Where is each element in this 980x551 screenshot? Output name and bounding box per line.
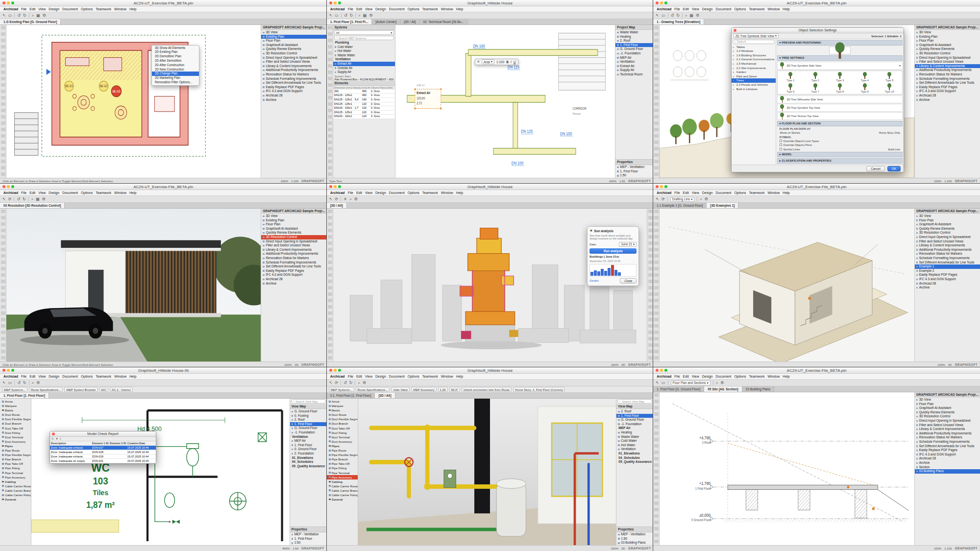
drawing-scale[interactable]: 3D: [294, 363, 298, 366]
tree-item[interactable]: Schedule Formatting Improvements: [915, 440, 980, 444]
menu-item[interactable]: File: [674, 191, 680, 194]
menu-item[interactable]: Options: [81, 375, 93, 378]
tool-item[interactable]: Duct Terminal: [327, 435, 358, 439]
tree-item[interactable]: 01_Elevations: [616, 452, 653, 456]
tree-type-cell[interactable]: Type 6: [778, 83, 802, 94]
tool-item[interactable]: Cable Carrier Branch: [327, 488, 358, 493]
zoom-button[interactable]: [338, 1, 341, 4]
undo-icon[interactable]: ↺: [17, 381, 21, 385]
menu-item[interactable]: View: [365, 375, 372, 378]
black-duct-column[interactable]: [474, 399, 490, 513]
view-tab[interactable]: 05 Site [A6. Section]: [704, 386, 742, 392]
tree-item[interactable]: Heating: [616, 431, 653, 435]
menu-item[interactable]: Document: [62, 7, 78, 11]
tool-item[interactable]: Pipe Flexible Segment: [0, 453, 31, 457]
font-select[interactable]: Arial ▾: [482, 59, 494, 64]
menu-item[interactable]: Design: [702, 375, 713, 378]
arrow-tool-icon[interactable]: ↖: [329, 381, 333, 385]
menu-item[interactable]: Teamwork: [422, 375, 438, 378]
menu-item[interactable]: Window: [767, 191, 780, 194]
redo-icon[interactable]: ↻: [23, 197, 26, 202]
marquee-tool-icon[interactable]: ▭: [8, 381, 12, 385]
menu-item[interactable]: Help: [456, 375, 463, 378]
zoom-button[interactable]: [664, 369, 667, 372]
properties-header[interactable]: Properties: [290, 527, 327, 532]
tree-item[interactable]: 3D Resolution Control: [915, 414, 980, 419]
menu-item[interactable]: Teamwork: [96, 191, 111, 194]
tree-item[interactable]: G. Ground Floor: [290, 426, 327, 431]
tree-item[interactable]: Ventilation: [615, 60, 653, 64]
tree-type-cell[interactable]: Type 2: [803, 72, 828, 82]
tool-item[interactable]: Pipes: [0, 444, 31, 448]
minimize-button[interactable]: [334, 369, 337, 372]
tool-palette-strip[interactable]: [0, 209, 6, 361]
menu-item[interactable]: Edit: [683, 375, 689, 378]
tree-item[interactable]: G. Ground Floor: [290, 409, 327, 414]
view-map-search-input[interactable]: ⌕ Search View Map: [617, 399, 652, 404]
titlebar[interactable]: Graphisoft_Hillside House: [327, 367, 654, 374]
symbol-style-row[interactable]: 2D Tree Texture Top View: [777, 112, 902, 120]
orbit-icon[interactable]: ⟳: [335, 197, 338, 202]
view-tab[interactable]: [3D Examples 1]: [707, 203, 738, 208]
folder-item[interactable]: 1.4 Windows: [732, 49, 776, 53]
tool-palette-strip[interactable]: [327, 25, 333, 178]
tree-item[interactable]: Archive: [261, 282, 326, 286]
minimize-button[interactable]: [660, 185, 663, 188]
tree-item[interactable]: Quickly Renew Elements: [915, 47, 980, 51]
tool-palette-strip[interactable]: [0, 25, 6, 178]
close-button[interactable]: [329, 1, 332, 4]
underline-button[interactable]: U: [514, 60, 516, 64]
date-select[interactable]: June 21 ▾: [619, 242, 637, 247]
tree-item[interactable]: IFC 4.3 and DGN Support: [915, 277, 980, 282]
menu-item[interactable]: Teamwork: [96, 7, 111, 11]
menu-item[interactable]: Design: [375, 191, 386, 194]
italic-button[interactable]: I: [511, 60, 512, 64]
symbol-option-row[interactable]: Override Object's Line Types: [777, 139, 902, 143]
folder-item[interactable]: 2.3 People and Vehicles: [732, 83, 776, 87]
tree-item[interactable]: Additional Productivity Improvements: [261, 252, 326, 256]
property-row[interactable]: 1:50: [615, 173, 653, 178]
tree-item[interactable]: Graphisoft AI Assistant: [915, 406, 980, 410]
view-tab[interactable]: 1. First Floor [G. Ground Floor]: [653, 386, 704, 392]
menu-item[interactable]: Teamwork: [749, 191, 765, 194]
folder-item[interactable]: Park and Street: [732, 74, 776, 79]
tree-item[interactable]: Renovation Status for Markers: [915, 72, 980, 77]
menu-item[interactable]: View: [692, 375, 699, 378]
tool-item[interactable]: Pipe Take-Off: [0, 461, 31, 466]
view-tab[interactable]: 03 Resolution [3D Resolution Control]: [0, 203, 65, 208]
menu-option[interactable]: 2D Demolition Plan: [152, 54, 199, 59]
tree-item[interactable]: 05_Quality Assurance: [616, 460, 653, 464]
tree-item[interactable]: -1. Foundation: [615, 51, 653, 56]
titlebar[interactable]: Graphisoft_Hillside House-IN: [0, 367, 327, 374]
menu-option[interactable]: Renovation Filter Options...: [152, 80, 199, 85]
menu-item[interactable]: Edit: [356, 7, 362, 11]
tree-item[interactable]: Graphisoft AI Assistant: [915, 43, 980, 48]
tree-item[interactable]: G. Ground Floor: [615, 47, 653, 51]
grid-icon[interactable]: ▦: [36, 197, 40, 202]
minimize-button[interactable]: [7, 185, 10, 188]
minimize-button[interactable]: [7, 369, 10, 372]
navigator-header[interactable]: GRAPHISOFT ARCHICAD Sample Proje...: [261, 25, 326, 30]
tree-item[interactable]: Renovation Status for Markers: [915, 252, 980, 256]
menu-item[interactable]: Edit: [29, 191, 35, 194]
view-tab[interactable]: 1.1 Example 1 [G. Ground Floor]: [653, 203, 707, 208]
marquee-tool-icon[interactable]: ▭: [662, 381, 665, 385]
report-row[interactable]: Zone: Inadequate exhaust ZON-019 15.07.2…: [50, 455, 156, 459]
view-tab[interactable]: [3D / All]: [327, 203, 347, 208]
menu-item[interactable]: Options: [408, 191, 419, 194]
tool-palette-strip[interactable]: [653, 392, 660, 545]
report-row[interactable]: Zone: Inadequate air supply ZON-021 15.0…: [50, 459, 156, 463]
tree-type-cell[interactable]: Type 3: [828, 72, 852, 82]
arrow-tool-icon[interactable]: ↖: [656, 13, 659, 18]
menu-item[interactable]: Options: [408, 375, 419, 378]
tool-item[interactable]: Ducts: [0, 408, 31, 412]
tree-type-cell[interactable]: Type 7: [803, 83, 828, 94]
menu-item[interactable]: Archicad: [330, 375, 345, 378]
search-icon[interactable]: ⌕: [700, 197, 702, 202]
tree-item[interactable]: 3D Resolution Control: [915, 231, 980, 235]
tree-item[interactable]: Direct Input Opening in Spreadsheet: [915, 56, 980, 60]
tool-item[interactable]: Cabling: [0, 479, 31, 484]
tool-item[interactable]: Cabling: [327, 479, 358, 484]
search-icon[interactable]: ⌕: [716, 381, 718, 385]
property-row[interactable]: 03 Building Plans: [616, 541, 653, 545]
